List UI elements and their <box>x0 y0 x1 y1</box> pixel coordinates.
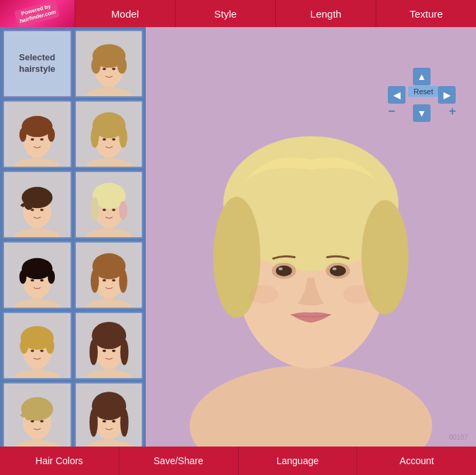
hairstyle-thumb-2[interactable] <box>3 100 72 168</box>
svg-point-49 <box>47 270 54 284</box>
svg-point-25 <box>102 138 106 140</box>
main-layout: Selectedhairstyle <box>0 27 476 447</box>
svg-point-8 <box>112 68 115 70</box>
sidebar-row-5 <box>3 382 143 447</box>
svg-point-58 <box>119 269 127 293</box>
svg-point-59 <box>102 279 106 281</box>
svg-point-103 <box>276 266 292 276</box>
svg-point-26 <box>112 138 115 140</box>
pan-up-button[interactable]: ▲ <box>413 68 431 85</box>
svg-point-16 <box>31 138 34 140</box>
svg-point-85 <box>40 420 43 422</box>
svg-point-15 <box>47 127 54 142</box>
hairstyle-thumb-10[interactable] <box>3 382 72 447</box>
svg-point-6 <box>117 57 126 73</box>
svg-point-33 <box>40 209 43 211</box>
svg-point-42 <box>112 209 115 211</box>
svg-point-50 <box>31 279 34 281</box>
svg-point-92 <box>120 409 128 437</box>
svg-point-24 <box>119 127 127 148</box>
svg-point-7 <box>102 68 106 70</box>
tab-style[interactable]: Style <box>175 0 275 27</box>
svg-point-104 <box>330 266 346 276</box>
pan-right-button[interactable]: ▶ <box>438 86 456 104</box>
svg-point-39 <box>90 197 98 221</box>
svg-point-66 <box>20 339 28 354</box>
sidebar-row-0: Selectedhairstyle <box>3 30 143 98</box>
hairstyle-thumb-5[interactable] <box>75 171 144 239</box>
tab-model[interactable]: Model <box>75 0 175 27</box>
svg-point-75 <box>89 339 97 365</box>
svg-point-76 <box>120 339 128 365</box>
svg-point-107 <box>249 285 279 304</box>
hairstyle-thumb-1[interactable] <box>75 30 144 98</box>
svg-point-105 <box>279 268 283 270</box>
selected-hairstyle-placeholder: Selectedhairstyle <box>3 30 72 98</box>
bottom-nav-hair-colors[interactable]: Hair Colors <box>0 447 119 475</box>
svg-point-84 <box>31 420 34 422</box>
sidebar-row-4 <box>3 312 143 379</box>
sidebar-row-2 <box>3 171 143 239</box>
bottom-nav-save-share[interactable]: Save/Share <box>119 447 239 475</box>
svg-point-51 <box>40 279 43 281</box>
svg-point-108 <box>343 285 373 304</box>
tab-length[interactable]: Length <box>275 0 376 27</box>
logo-text: Powered by hairfinder.com <box>14 0 60 27</box>
hairstyle-thumb-8[interactable] <box>3 312 72 379</box>
svg-point-93 <box>102 420 106 422</box>
pan-down-button[interactable]: ▼ <box>413 104 431 122</box>
hairstyle-thumb-11[interactable] <box>75 382 144 447</box>
svg-point-14 <box>20 127 26 142</box>
svg-point-77 <box>102 350 106 352</box>
svg-point-60 <box>112 279 115 281</box>
hairstyle-thumb-9[interactable] <box>75 312 144 379</box>
svg-point-68 <box>31 350 34 352</box>
top-nav-tabs: Model Style Length Texture <box>75 0 476 27</box>
svg-point-5 <box>91 57 100 73</box>
selected-label: Selectedhairstyle <box>19 52 55 75</box>
watermark: 00187 <box>449 434 468 441</box>
svg-point-106 <box>332 268 336 270</box>
app-logo: Powered by hairfinder.com <box>0 0 75 27</box>
svg-point-32 <box>31 209 34 211</box>
svg-point-78 <box>112 350 115 352</box>
hairstyle-thumb-6[interactable] <box>3 241 72 309</box>
svg-point-67 <box>46 339 54 354</box>
zoom-out-button[interactable]: − <box>388 104 395 119</box>
model-preview-area: ▲ ◀ Reset ▶ ▼ − + 00187 <box>146 27 476 447</box>
svg-point-23 <box>90 127 98 148</box>
svg-point-57 <box>90 269 98 293</box>
reset-button[interactable]: Reset <box>408 86 439 97</box>
top-nav-bar: Powered by hairfinder.com Model Style Le… <box>0 0 476 27</box>
tab-texture[interactable]: Texture <box>376 0 476 27</box>
svg-point-17 <box>40 138 43 140</box>
svg-point-69 <box>40 350 43 352</box>
hairstyle-thumb-4[interactable] <box>3 171 72 239</box>
bottom-nav-language[interactable]: Language <box>239 447 358 475</box>
svg-point-41 <box>102 209 106 211</box>
svg-point-48 <box>20 270 26 284</box>
hairstyle-sidebar: Selectedhairstyle <box>0 27 146 447</box>
bottom-nav-account[interactable]: Account <box>357 447 476 475</box>
sidebar-row-1 <box>3 100 143 168</box>
hairstyle-thumb-3[interactable] <box>75 100 144 168</box>
svg-point-40 <box>119 201 127 220</box>
sidebar-row-3 <box>3 241 143 309</box>
svg-point-91 <box>89 409 97 437</box>
pan-left-button[interactable]: ◀ <box>388 86 405 104</box>
zoom-in-button[interactable]: + <box>449 104 456 119</box>
svg-point-94 <box>112 420 115 422</box>
navigation-controls: ▲ ◀ Reset ▶ ▼ − + <box>381 68 462 129</box>
bottom-nav-bar: Hair Colors Save/Share Language Account <box>0 447 476 475</box>
hairstyle-thumb-7[interactable] <box>75 241 144 309</box>
